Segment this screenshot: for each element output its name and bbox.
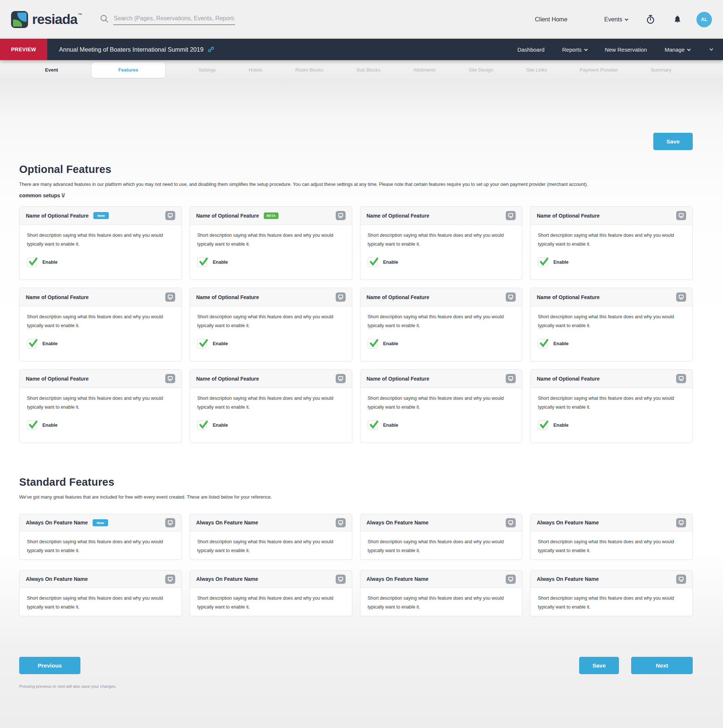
tab-hotels[interactable]: Hotels [249, 67, 262, 73]
timer-icon[interactable] [646, 15, 655, 24]
enable-label: Enable [553, 260, 568, 265]
optional-feature-card: Name of Optional FeatureShort descriptio… [530, 206, 693, 280]
monitor-icon[interactable] [506, 211, 516, 220]
footer-actions: Previous Save Next [19, 657, 693, 674]
enable-checkbox[interactable] [27, 339, 37, 349]
event-nav-new-reservation[interactable]: New Reservation [605, 46, 647, 53]
optional-feature-card: Name of Optional FeatureShort descriptio… [19, 288, 182, 361]
monitor-icon[interactable] [165, 575, 175, 584]
event-nav-dashboard[interactable]: Dashboard [518, 46, 544, 53]
card-body: Short description saying what this featu… [190, 225, 352, 267]
tab-allotments[interactable]: Allotments [413, 67, 436, 73]
monitor-icon[interactable] [165, 374, 175, 383]
monitor-icon[interactable] [676, 575, 686, 584]
event-bar-chevron-down-icon[interactable] [707, 46, 713, 53]
optional-features-description: There are many advanced features in our … [19, 182, 693, 187]
monitor-icon[interactable] [335, 292, 346, 302]
preview-button[interactable]: PREVIEW [0, 39, 47, 60]
previous-button[interactable]: Previous [19, 657, 80, 674]
save-button-bottom[interactable]: Save [579, 657, 619, 674]
event-link-icon[interactable] [208, 46, 214, 53]
tab-site-design[interactable]: Site Design [469, 67, 493, 73]
optional-features-title: Optional Features [19, 164, 693, 176]
monitor-icon[interactable] [165, 292, 175, 302]
monitor-icon[interactable] [676, 292, 686, 302]
monitor-icon[interactable] [165, 211, 175, 220]
tab-settings[interactable]: Settings [198, 67, 216, 73]
card-header: Always On Feature Name [20, 570, 181, 588]
next-button[interactable]: Next [631, 657, 693, 674]
card-body: Short description saying what this featu… [360, 225, 522, 267]
card-title: Name of Optional Feature [537, 294, 599, 300]
monitor-icon[interactable] [506, 374, 516, 383]
tab-payment-provider[interactable]: Payment Provider [580, 67, 618, 73]
optional-feature-card: Name of Optional FeatureShort descriptio… [190, 288, 352, 361]
enable-checkbox[interactable] [368, 421, 377, 430]
event-nav-reports[interactable]: Reports [562, 46, 587, 53]
page-content: Save Optional Features There are many ad… [0, 79, 723, 728]
enable-checkbox[interactable] [27, 421, 37, 430]
enable-checkbox[interactable] [538, 421, 547, 430]
tab-features[interactable]: Features [91, 61, 165, 78]
card-header: Name of Optional Feature [190, 288, 352, 306]
card-body: Short description saying what this featu… [190, 588, 352, 612]
resiada-logo[interactable]: resiada™ [11, 11, 82, 28]
card-body: Short description saying what this featu… [360, 388, 522, 430]
notifications-bell-icon[interactable] [673, 15, 682, 24]
optional-feature-card: Name of Optional FeatureShort descriptio… [530, 288, 693, 361]
card-body: Short description saying what this featu… [530, 225, 692, 267]
standard-features-grid: Always On Feature NameNewShort descripti… [19, 514, 693, 616]
monitor-icon[interactable] [676, 518, 686, 528]
enable-checkbox[interactable] [538, 339, 547, 349]
enable-checkbox[interactable] [198, 339, 207, 349]
monitor-icon[interactable] [506, 575, 516, 584]
tab-site-links[interactable]: Site Links [526, 67, 547, 73]
card-title: Name of Optional Feature [196, 294, 259, 300]
tab-sub-blocks[interactable]: Sub Blocks [356, 67, 380, 73]
check-icon [198, 338, 209, 348]
monitor-icon[interactable] [676, 211, 686, 220]
standard-features-title: Standard Features [19, 476, 693, 488]
enable-checkbox[interactable] [198, 257, 207, 267]
enable-checkbox[interactable] [198, 421, 207, 430]
card-title: Name of Optional Feature [367, 376, 429, 382]
optional-feature-card: Name of Optional FeatureShort descriptio… [19, 369, 182, 443]
monitor-icon[interactable] [335, 575, 346, 584]
enable-checkbox[interactable] [368, 257, 377, 267]
user-avatar[interactable]: AL [697, 12, 712, 27]
monitor-icon[interactable] [335, 518, 346, 528]
check-icon [369, 338, 379, 348]
enable-checkbox[interactable] [368, 339, 377, 349]
monitor-icon[interactable] [676, 374, 686, 383]
card-header: Name of Optional FeatureBETA [190, 206, 352, 225]
tab-summary[interactable]: Summary [651, 67, 671, 73]
card-title: Always On Feature Name [537, 576, 599, 582]
client-home-link[interactable]: Client Home [535, 16, 567, 23]
common-setups-toggle[interactable]: common setups \/ [19, 193, 693, 199]
monitor-icon[interactable] [506, 518, 516, 528]
enable-row: Enable [368, 421, 515, 430]
events-menu[interactable]: Events [604, 16, 628, 23]
enable-label: Enable [553, 341, 568, 346]
tab-bar: EventFeaturesSettingsHotelsRoom BlocksSu… [0, 60, 723, 79]
monitor-icon[interactable] [335, 374, 346, 383]
tab-room-blocks[interactable]: Room Blocks [295, 67, 323, 73]
resiada-logo-text: resiada™ [32, 11, 82, 28]
card-header: Name of Optional Feature [20, 370, 181, 388]
tab-event[interactable]: Event [45, 67, 58, 73]
check-icon [28, 419, 38, 430]
enable-label: Enable [43, 423, 58, 428]
card-header: Name of Optional Feature [530, 370, 692, 388]
search-input[interactable] [113, 14, 235, 25]
optional-feature-card: Name of Optional FeatureShort descriptio… [190, 369, 352, 443]
optional-feature-card: Name of Optional FeatureShort descriptio… [360, 206, 523, 280]
enable-label: Enable [383, 260, 398, 265]
card-body: Short description saying what this featu… [360, 588, 522, 612]
event-nav-manage[interactable]: Manage [665, 46, 690, 53]
save-button-top[interactable]: Save [653, 133, 693, 150]
monitor-icon[interactable] [165, 518, 175, 528]
enable-checkbox[interactable] [27, 257, 37, 267]
enable-checkbox[interactable] [538, 257, 547, 267]
monitor-icon[interactable] [506, 292, 516, 302]
monitor-icon[interactable] [335, 211, 346, 220]
